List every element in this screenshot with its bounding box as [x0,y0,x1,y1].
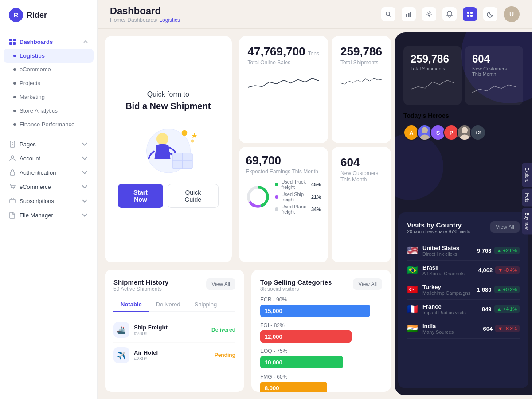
stat-customers: 604 New Customers This Month [332,147,391,263]
trend-badge: ▼ -0.4% [495,266,520,274]
breadcrumb-dashboards[interactable]: Dashboards/ [127,17,157,23]
list-item: 🇫🇷 France Impact Radius visits 849 ▲ +4.… [407,300,520,319]
ship-type-icon: 🚢 [113,322,129,338]
bar-label: ECR - 90% [260,297,382,303]
card-header-left: Shipment History 59 Active Shipments [113,278,168,292]
view-all-categories-button[interactable]: View All [353,278,382,290]
search-button[interactable] [381,7,395,21]
logo-circle: R [9,8,23,22]
trend-badge: ▲ +4.1% [494,305,520,313]
stat-value: 47,769,700 [248,45,305,59]
header-left: Dashboard Home/ Dashboards/ Logistics [110,5,180,23]
breadcrumb-home[interactable]: Home/ [110,17,125,23]
breadcrumb: Home/ Dashboards/ Logistics [110,17,180,23]
svg-point-26 [191,139,194,142]
stat-total-shipments: 259,786 Total Shipments [332,36,391,143]
help-tab[interactable]: Help [522,188,532,207]
analytics-button[interactable] [402,7,416,21]
start-now-button[interactable]: Start Now [118,184,163,208]
status-badge: Pending [215,352,235,358]
app-logo[interactable]: R Rider [0,0,97,30]
sidebar-item-logistics[interactable]: Logistics [4,49,94,63]
sidebar-item-pages[interactable]: Pages [0,137,97,151]
svg-rect-2 [9,42,12,45]
stat-value: 259,786 [340,45,382,59]
sidebar-section-dashboards[interactable]: Dashboards [0,35,97,49]
country-source: Many Sources [422,329,454,335]
sidebar-item-ecommerce-parent[interactable]: eCommerce [0,180,97,194]
card-header: Top Selling Categories 8k social visitor… [260,278,382,292]
quick-form-subtitle: Bid a New Shipment [125,101,211,111]
trend-badge: ▲ +0.2% [494,286,520,293]
svg-rect-3 [13,42,16,45]
bottom-cards: Shipment History 59 Active Shipments Vie… [98,266,395,399]
view-all-shipments-button[interactable]: View All [206,278,235,290]
bar-track: 10,000 [260,356,343,368]
quick-guide-button[interactable]: Quick Guide [168,184,218,208]
visits-header-left: Visits by Country 20 countries share 97%… [407,221,470,234]
country-visits: 9,763 [477,247,492,254]
stat-total-sales: 47,769,700 Tons Total Online Sales [239,36,329,143]
sidebar-item-subscriptions[interactable]: Subscriptions [0,194,97,208]
dark-line-chart [472,80,516,98]
search-icon [385,11,392,18]
header: Dashboard Home/ Dashboards/ Logistics [98,0,532,29]
tab-shipping[interactable]: Shipping [188,297,224,312]
visits-title: Visits by Country [407,221,470,229]
sidebar-item-marketing[interactable]: Marketing [0,90,97,104]
svg-rect-21 [470,12,473,14]
svg-point-27 [156,133,168,145]
chart-svg [472,80,516,98]
sidebar-item-authentication[interactable]: Authentication [0,165,97,180]
sidebar-item-projects[interactable]: Projects [0,76,97,90]
country-source: All Social Channels [422,271,465,276]
dark-line-chart [411,75,454,93]
dark-stat-value: 259,786 [411,53,454,65]
shipment-illustration [133,120,212,178]
sidebar-item-ecommerce[interactable]: eCommerce [0,63,97,76]
ecommerce-icon [9,183,16,190]
stat-customers-value: 604 [340,156,382,169]
logistics-label: Logistics [20,52,45,59]
country-visits: 4,062 [478,267,493,274]
bar-row: FMG - 60% 8,000 [260,374,382,392]
chart-svg [248,71,320,93]
explore-tab[interactable]: Explore [522,163,532,187]
sidebar-item-finance[interactable]: Finance Performance [0,117,97,131]
dot-icon [13,68,16,71]
ship-details: Ship Freight #2808 [134,324,168,336]
country-source: Mailchimp Campaigns [422,290,470,296]
shipment-history-card: Shipment History 59 Active Shipments Vie… [105,270,244,392]
heroes-avatars: A S P +2 [403,125,523,141]
tab-delivered[interactable]: Delivered [149,297,188,312]
list-item: 🇮🇳 India Many Sources 604 ▼ -8.3% [407,319,520,339]
sidebar-item-store-analytics[interactable]: Store Analytics [0,104,97,117]
trend-badge: ▲ +2.6% [494,247,520,254]
svg-point-7 [11,156,14,158]
view-all-visits-button[interactable]: View All [490,221,520,233]
list-item: 🇹🇷 Turkey Mailchimp Campaigns 1,680 ▲ +0… [407,280,520,300]
quick-form-illustration [133,120,203,173]
sidebar-item-account[interactable]: Account [0,151,97,165]
user-avatar[interactable]: U [504,6,520,22]
dark-stat-customers: 604 New Customers This Month [465,46,523,105]
app-name: Rider [27,11,47,20]
stat-label: Total Shipments [340,59,382,66]
notifications-button[interactable] [442,7,457,21]
country-name: Turkey [422,284,470,290]
projects-label: Projects [20,80,40,86]
sidebar-item-file-manager[interactable]: File Manager [0,208,97,222]
country-info: Turkey Mailchimp Campaigns [422,284,470,296]
country-source: Impact Radius visits [422,310,466,315]
dashboards-label: Dashboards [20,39,53,45]
buy-now-tab[interactable]: Buy now [522,208,532,234]
grid-view-button[interactable] [463,7,477,21]
pct: 34% [311,207,321,212]
dot-icon [13,96,16,98]
tab-notable[interactable]: Notable [113,297,149,312]
stat-earnings-value: 69,700 [246,154,321,168]
dark-mode-button[interactable] [483,7,497,21]
settings-button[interactable] [422,7,436,21]
ecommerce-parent-label: eCommerce [20,184,51,190]
chart-svg [340,71,382,93]
